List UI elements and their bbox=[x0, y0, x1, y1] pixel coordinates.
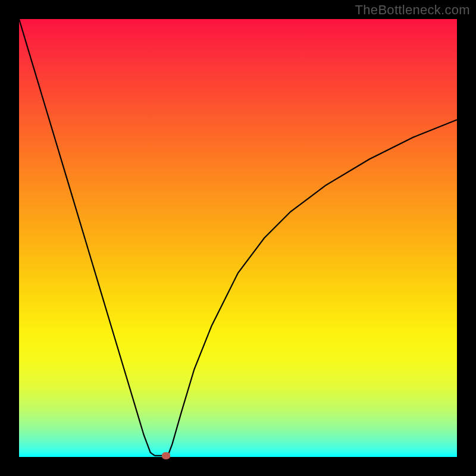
minimum-marker bbox=[162, 452, 170, 459]
right-branch-curve bbox=[168, 120, 457, 456]
left-branch-curve bbox=[19, 19, 155, 456]
curve-svg bbox=[19, 19, 457, 457]
plot-area bbox=[19, 19, 457, 457]
attribution-text: TheBottleneck.com bbox=[355, 2, 470, 18]
chart-container: TheBottleneck.com bbox=[0, 0, 476, 476]
